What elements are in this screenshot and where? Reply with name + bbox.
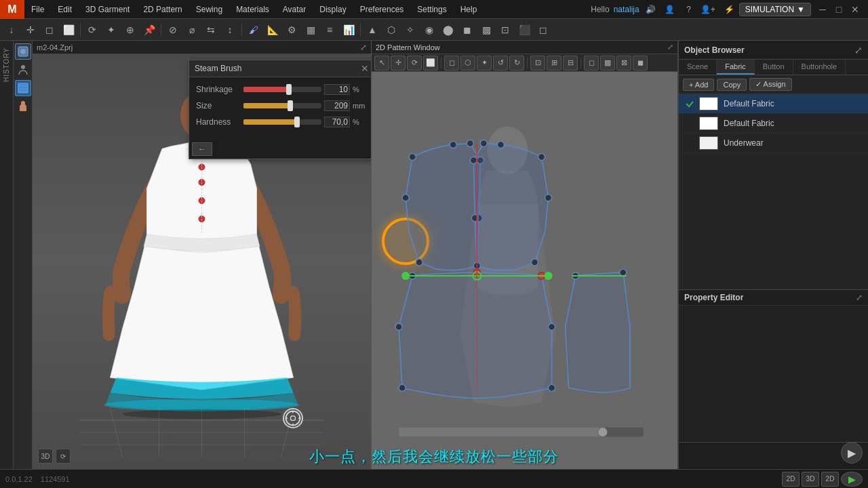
tb-chart[interactable]: 📊 [340, 21, 357, 39]
tb-measure[interactable]: 📐 [264, 21, 281, 39]
user-icon[interactable]: 👤 [663, 2, 677, 17]
fabric-item-1[interactable]: Default Fabric [679, 114, 868, 134]
menu-edit[interactable]: Edit [51, 0, 79, 19]
2d-tb-undo[interactable]: ↺ [493, 56, 508, 70]
tb-adjust[interactable]: ↕ [221, 21, 239, 39]
close-button[interactable]: ✕ [848, 2, 863, 17]
steam-brush-close[interactable]: ✕ [361, 63, 369, 74]
2d-tb-flatten[interactable]: ⊡ [530, 56, 545, 70]
icon-texture[interactable] [15, 80, 31, 96]
tb-icon7[interactable]: ▩ [477, 21, 495, 39]
3d-mode-btn[interactable]: 3D [38, 449, 53, 464]
tab-scene[interactable]: Scene [679, 60, 717, 75]
steam-brush-header[interactable]: Steam Brush ✕ [189, 60, 372, 77]
2d-tb-preview[interactable]: ⊟ [563, 56, 578, 70]
icon-fabric-preview[interactable] [15, 43, 31, 60]
tb-icon9[interactable]: ⬛ [515, 21, 533, 39]
2d-tb-shape1[interactable]: ◻ [584, 56, 599, 70]
2d-tb-shape4[interactable]: ◼ [633, 56, 648, 70]
tb-select-all[interactable]: ✛ [22, 21, 39, 39]
tb-icon4[interactable]: ◉ [420, 21, 438, 39]
simulation-button[interactable]: SIMULATION ▼ [739, 3, 811, 16]
2d-tb-rotate[interactable]: ⟳ [407, 56, 422, 70]
2d-tb-seam[interactable]: ◻ [444, 56, 459, 70]
menu-sewing[interactable]: Sewing [189, 0, 229, 19]
menu-preferences[interactable]: Preferences [353, 0, 411, 19]
split-view-btn[interactable]: 2D [821, 472, 839, 487]
maximize-button[interactable]: □ [831, 2, 846, 17]
tb-layers[interactable]: ≡ [321, 21, 338, 39]
2d-tb-shape2[interactable]: ▩ [600, 56, 615, 70]
tb-move[interactable]: ✦ [102, 21, 120, 39]
add-user-icon[interactable]: 👤+ [701, 2, 715, 17]
tb-grid[interactable]: ▦ [302, 21, 319, 39]
2d-tb-shape3[interactable]: ⊠ [616, 56, 631, 70]
tb-icon6[interactable]: ◼ [458, 21, 476, 39]
shrinkage-slider[interactable] [243, 87, 321, 92]
size-thumb[interactable] [288, 100, 293, 111]
tab-button[interactable]: Button [755, 60, 793, 75]
tb-weld[interactable]: ⌀ [183, 21, 201, 39]
menu-materials[interactable]: Materials [229, 0, 276, 19]
size-value[interactable] [324, 100, 350, 111]
viewport-3d-expand[interactable]: ⤢ [360, 43, 367, 52]
2d-tb-select[interactable]: ↖ [374, 56, 389, 70]
3d-view-btn[interactable]: 3D [802, 472, 819, 487]
2d-tb-move[interactable]: ✛ [391, 56, 406, 70]
tb-icon3[interactable]: ✧ [401, 21, 419, 39]
2d-tb-redo[interactable]: ↻ [509, 56, 524, 70]
tb-transform[interactable]: ◻ [41, 21, 58, 39]
2d-tb-fold[interactable]: ✦ [477, 56, 492, 70]
tb-scale[interactable]: ⬜ [60, 21, 77, 39]
2d-tb-sync[interactable]: ⊞ [547, 56, 561, 70]
fabric-item-2[interactable]: Underwear [679, 134, 868, 153]
menu-file[interactable]: File [24, 0, 51, 19]
tb-icon2[interactable]: ⬡ [382, 21, 400, 39]
tb-brush[interactable]: 🖌 [245, 21, 262, 39]
play-button[interactable]: ▶ [841, 442, 863, 464]
menu-2d-pattern[interactable]: 2D Pattern [136, 0, 189, 19]
2d-view-btn[interactable]: 2D [782, 472, 800, 487]
assign-fabric-button[interactable]: ✓ Assign [749, 78, 791, 91]
icon-person[interactable] [15, 98, 31, 115]
shrinkage-thumb[interactable] [286, 84, 292, 95]
help-icon[interactable]: ? [682, 2, 696, 17]
viewport-2d-expand[interactable]: ⤢ [667, 43, 673, 52]
minimize-button[interactable]: ─ [815, 2, 830, 17]
tab-buttonhole[interactable]: Buttonhole [793, 60, 846, 75]
tb-icon8[interactable]: ⊡ [496, 21, 514, 39]
tb-pin[interactable]: 📌 [140, 21, 158, 39]
speaker-icon[interactable]: 🔊 [644, 2, 658, 17]
hardness-value[interactable] [324, 117, 350, 127]
tb-rotate[interactable]: ⟳ [83, 21, 101, 39]
2d-tb-dart[interactable]: ⬡ [460, 56, 475, 70]
icon-avatar[interactable] [15, 62, 31, 78]
add-fabric-button[interactable]: + Add [683, 79, 714, 91]
hardness-thumb[interactable] [294, 117, 300, 127]
object-browser-expand[interactable]: ⤢ [854, 45, 863, 56]
menu-3d-garment[interactable]: 3D Garment [79, 0, 136, 19]
tab-fabric[interactable]: Fabric [717, 60, 755, 75]
menu-help[interactable]: Help [454, 0, 484, 19]
menu-settings[interactable]: Settings [410, 0, 453, 19]
hardness-slider[interactable] [243, 119, 321, 125]
tb-settings2[interactable]: ⚙ [283, 21, 300, 39]
tb-icon5[interactable]: ⬤ [439, 21, 457, 39]
shrinkage-value[interactable] [324, 84, 350, 95]
2d-tb-scale[interactable]: ⬜ [423, 56, 438, 70]
tb-fold[interactable]: ⇆ [202, 21, 220, 39]
record-button[interactable]: ▶ [841, 472, 863, 487]
tb-down-arrow[interactable]: ↓ [3, 21, 20, 39]
steam-brush-back[interactable]: ← [192, 142, 212, 156]
property-editor-expand[interactable]: ⤢ [856, 293, 863, 302]
tb-icon10[interactable]: ◻ [534, 21, 552, 39]
menu-avatar[interactable]: Avatar [276, 0, 313, 19]
tb-arrange[interactable]: ⊕ [121, 21, 139, 39]
copy-fabric-button[interactable]: Copy [717, 79, 747, 91]
fabric-item-0[interactable]: Default Fabric [679, 94, 868, 114]
size-slider[interactable] [243, 103, 321, 108]
tb-seam[interactable]: ⊘ [164, 21, 182, 39]
menu-display[interactable]: Display [313, 0, 353, 19]
tb-icon1[interactable]: ▲ [363, 21, 381, 39]
3d-rotate-btn[interactable]: ⟳ [56, 449, 71, 464]
